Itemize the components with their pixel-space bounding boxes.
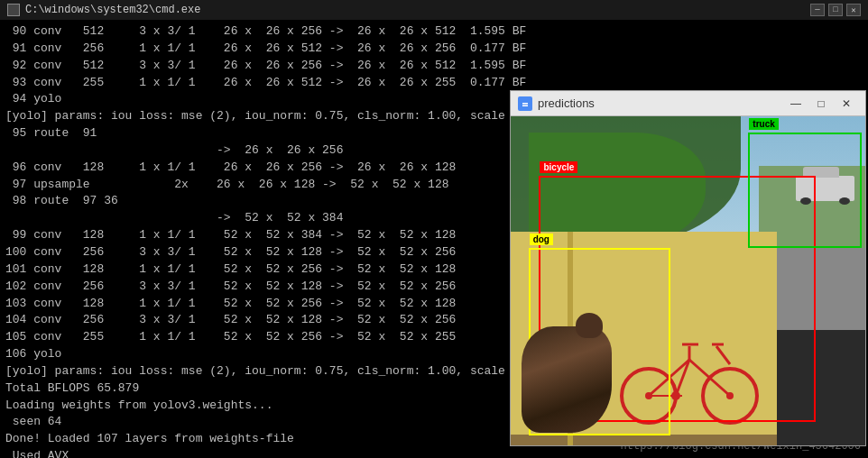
cmd-window-controls: — □ ✕	[810, 4, 861, 16]
cmd-maximize-button[interactable]: □	[828, 4, 843, 16]
porch-floor	[511, 435, 777, 445]
cmd-title: C:\windows\system32\cmd.exe	[25, 4, 805, 16]
predictions-titlebar: predictions — □ ✕	[511, 91, 865, 116]
predictions-icon	[518, 96, 532, 111]
predictions-title: predictions	[538, 96, 779, 110]
svg-rect-1	[522, 103, 528, 105]
cmd-close-button[interactable]: ✕	[846, 4, 861, 16]
cmd-titlebar: C:\windows\system32\cmd.exe — □ ✕	[0, 0, 868, 20]
cmd-icon	[7, 4, 20, 16]
predictions-close-button[interactable]: ✕	[835, 95, 858, 113]
cmd-minimize-button[interactable]: —	[810, 4, 825, 16]
svg-line-8	[689, 360, 730, 396]
predictions-image: bicycle dog truck	[511, 116, 865, 445]
dog-body	[522, 326, 612, 433]
svg-line-11	[716, 346, 730, 364]
predictions-window: predictions — □ ✕	[510, 90, 866, 446]
predictions-window-controls: — □ ✕	[784, 95, 858, 113]
scene-container	[511, 116, 865, 445]
car-body	[796, 176, 854, 201]
bicycle-svg	[617, 310, 762, 427]
predictions-maximize-button[interactable]: □	[809, 95, 833, 113]
svg-rect-2	[522, 105, 528, 106]
predictions-minimize-button[interactable]: —	[784, 95, 808, 113]
